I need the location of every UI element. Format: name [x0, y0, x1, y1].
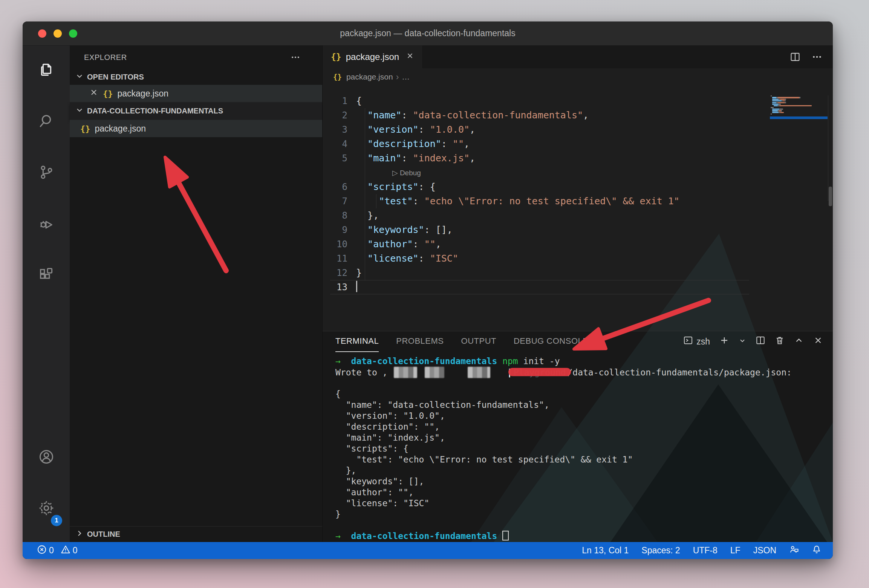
json-file-icon: {} [331, 52, 341, 62]
folder-section-header[interactable]: DATA-COLLECTION-FUNDAMENTALS [70, 102, 322, 120]
window-title: package.json — data-collection-fundament… [23, 28, 833, 38]
redaction-blur-block [425, 367, 444, 378]
activity-item-settings[interactable]: 1 [23, 491, 70, 527]
line-number: 4 [323, 137, 347, 151]
code-line-6[interactable]: 6 "scripts": { [323, 180, 833, 194]
code-line-9[interactable]: 9 "keywords": [], [323, 223, 833, 237]
tab-package-json[interactable]: {} package.json [323, 46, 423, 68]
panel-divider[interactable] [323, 331, 833, 331]
more-actions-icon[interactable] [812, 52, 822, 62]
editor-cursor [356, 281, 357, 292]
activity-item-search[interactable] [23, 104, 70, 140]
plus-icon [719, 335, 729, 348]
status-language-mode[interactable]: JSON [753, 545, 776, 556]
line-number: 7 [323, 194, 347, 208]
line-number: 10 [323, 237, 347, 251]
extensions-icon [38, 266, 55, 285]
activity-item-run-and-debug[interactable] [23, 206, 70, 242]
more-actions-icon[interactable] [291, 52, 300, 62]
problems-status[interactable]: 00 [37, 545, 78, 557]
code-line-7[interactable]: 7 "test": "echo \"Error: no test specifi… [323, 194, 833, 208]
warning-triangle-icon [61, 545, 70, 557]
breadcrumb-file[interactable]: package.json [346, 72, 393, 81]
close-tab-icon[interactable] [406, 52, 414, 62]
file-item-package-json[interactable]: {} package.json [70, 120, 322, 137]
kill-terminal[interactable] [775, 335, 785, 348]
code-text: { [356, 94, 362, 108]
editor-scrollbar-thumb[interactable] [829, 187, 832, 206]
status-bar: 00 Ln 13, Col 1Spaces: 2UTF-8LFJSON [23, 542, 833, 559]
redaction-blur-block [468, 367, 490, 378]
terminal-line: → data-collection-fundamentals npm init … [335, 356, 833, 367]
search-icon [38, 112, 55, 131]
minimap-line [771, 113, 827, 115]
code-line-13[interactable]: 13 [323, 280, 833, 294]
close-panel[interactable] [813, 335, 823, 348]
codelens-debug-action[interactable]: ▷ Debug [392, 165, 421, 180]
breadcrumb-more[interactable]: … [402, 72, 410, 81]
panel-tab-terminal[interactable]: TERMINAL [335, 331, 379, 352]
close-editor-icon[interactable] [89, 88, 99, 99]
status-notifications[interactable] [812, 545, 822, 557]
status-cursor-position[interactable]: Ln 13, Col 1 [582, 545, 629, 556]
explorer-sidebar: EXPLORER OPEN EDITORS {} package.json DA… [70, 46, 323, 542]
open-editor-item-package-json[interactable]: {} package.json [70, 85, 322, 102]
terminal[interactable]: → data-collection-fundamentals npm init … [323, 352, 833, 542]
terminal-line: "main": "index.js", [335, 432, 833, 443]
split-icon [756, 335, 765, 348]
activity-item-source-control[interactable] [23, 155, 70, 191]
line-number: 12 [323, 266, 347, 280]
minimap[interactable] [771, 95, 827, 117]
new-terminal[interactable] [719, 335, 729, 348]
code-line-10[interactable]: 10 "author": "", [323, 237, 833, 251]
split-editor-icon[interactable] [790, 52, 800, 62]
bottom-panel: TERMINALPROBLEMSOUTPUTDEBUG CONSOLE zsh … [323, 331, 833, 542]
code-line-3[interactable]: 3 "version": "1.0.0", [323, 122, 833, 137]
status-indentation[interactable]: Spaces: 2 [641, 545, 680, 556]
code-text: "test": "echo \"Error: no test specified… [356, 194, 679, 208]
code-line-5[interactable]: 5 "main": "index.js", [323, 151, 833, 165]
redaction-marker: Playground [512, 367, 567, 378]
terminal-icon [683, 335, 693, 348]
split-terminal[interactable] [756, 335, 765, 348]
redaction-blur-block [394, 367, 417, 378]
activity-item-extensions[interactable] [23, 257, 70, 294]
minimap-line [771, 110, 827, 111]
activity-item-accounts[interactable] [23, 439, 70, 476]
outline-section-header[interactable]: OUTLINE [70, 526, 322, 542]
breadcrumb[interactable]: {} package.json › … [323, 68, 833, 86]
chevron-down-icon [75, 106, 84, 116]
current-line-border [330, 280, 749, 294]
bell-icon [812, 545, 822, 557]
panel-tab-output[interactable]: OUTPUT [461, 331, 496, 352]
minimap-line [771, 109, 827, 110]
line-number: 6 [323, 180, 347, 194]
launch-profile[interactable] [739, 337, 746, 347]
code-line-2[interactable]: 2 "name": "data-collection-fundamentals"… [323, 108, 833, 122]
chevron-down-icon [739, 337, 746, 347]
line-number: 2 [323, 108, 347, 122]
window-titlebar[interactable]: package.json — data-collection-fundament… [23, 21, 833, 46]
maximize-panel[interactable] [794, 335, 804, 348]
activity-bar: 1 [23, 46, 70, 542]
activity-item-explorer[interactable] [23, 52, 70, 89]
terminal-line: "description": "", [335, 421, 833, 432]
minimap-line [771, 105, 827, 106]
line-number: 3 [323, 122, 347, 137]
shell-indicator[interactable]: zsh [683, 335, 710, 348]
status-encoding[interactable]: UTF-8 [693, 545, 718, 556]
code-line-12[interactable]: 12} [323, 266, 833, 280]
account-icon [38, 448, 55, 467]
terminal-line: "license": "ISC" [335, 498, 833, 509]
panel-tab-problems[interactable]: PROBLEMS [396, 331, 444, 352]
status-eol[interactable]: LF [730, 545, 740, 556]
line-number: 13 [323, 280, 347, 294]
code-line-4[interactable]: 4 "description": "", [323, 137, 833, 151]
open-editors-header[interactable]: OPEN EDITORS [70, 69, 322, 85]
code-editor[interactable]: 1{2 "name": "data-collection-fundamental… [323, 86, 833, 331]
code-line-1[interactable]: 1{ [323, 94, 833, 108]
status-feedback[interactable] [789, 545, 799, 557]
panel-tab-debug-console[interactable]: DEBUG CONSOLE [514, 331, 588, 352]
code-line-8[interactable]: 8 }, [323, 208, 833, 223]
code-line-11[interactable]: 11 "license": "ISC" [323, 251, 833, 266]
